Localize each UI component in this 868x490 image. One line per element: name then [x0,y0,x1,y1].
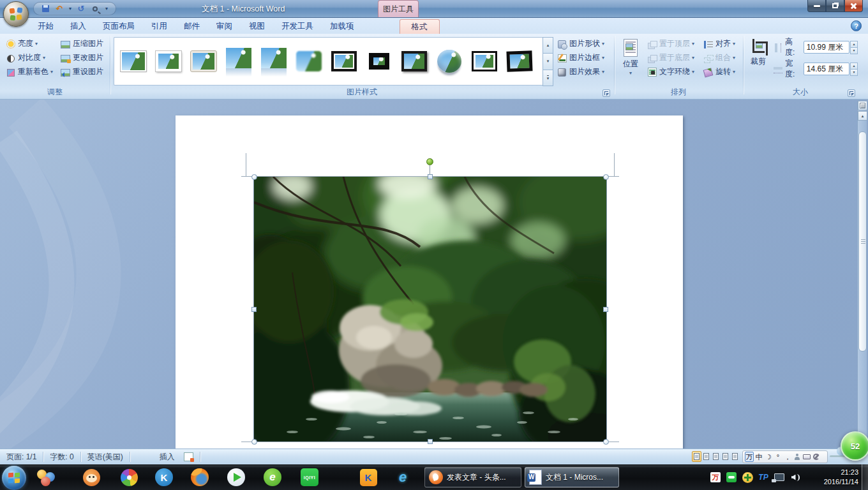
minimize-button[interactable] [807,0,826,12]
tab-review[interactable]: 审阅 [208,19,241,34]
tab-format-active[interactable]: 格式 [400,19,440,34]
height-input[interactable] [804,41,849,54]
tray-antivirus-button[interactable] [742,471,753,483]
tray-network-button[interactable] [774,471,785,483]
resize-handle-top[interactable] [428,174,433,179]
vertical-scrollbar[interactable]: ▴ ▾ [857,101,867,449]
resize-handle-right[interactable] [603,307,608,312]
width-input[interactable] [804,63,849,75]
resize-handle-left[interactable] [251,307,257,312]
taskbar-icon-pinwheel-browser[interactable] [119,468,138,487]
undo-dropdown[interactable]: ▾ [67,3,73,14]
help-button[interactable]: ? [851,20,862,31]
picture-style-option-7[interactable] [327,40,360,83]
outline-view-button[interactable] [721,451,730,462]
picture-shape-button[interactable]: 图片形状▾ [555,37,606,50]
resize-handle-top-left[interactable] [251,174,257,180]
taskbar-icon-video-player[interactable] [227,468,246,487]
text-wrapping-button[interactable]: 文字环绕▾ [646,65,696,78]
recolor-button[interactable]: 重新着色▾ [4,65,55,78]
scroll-up-button[interactable]: ▴ [858,111,867,121]
tab-references[interactable]: 引用 [143,19,176,34]
picture-style-option-9[interactable] [398,40,430,83]
ime-tools-button[interactable] [812,452,821,462]
undo-button[interactable]: ↶ [53,3,66,14]
tray-tp-button[interactable]: TP [758,471,769,483]
gallery-scroll-down-button[interactable]: ▾ [542,53,553,70]
tab-developer[interactable]: 开发工具 [273,19,322,34]
taskbar-icon-security-suite[interactable] [36,468,56,487]
picture-style-option-3[interactable] [187,40,220,83]
tray-iqiyi-button[interactable] [726,471,737,483]
reset-picture-button[interactable]: 重设图片 [59,65,105,78]
rotate-handle[interactable] [426,158,433,165]
tab-home[interactable]: 开始 [29,19,62,34]
taskbar-icon-firefox[interactable] [190,468,209,487]
position-button[interactable]: 位置 ▾ [619,36,642,84]
picture-style-option-11[interactable] [468,40,500,83]
resize-handle-bottom[interactable] [428,439,433,444]
tray-volume-button[interactable] [789,471,801,483]
ime-user-button[interactable] [793,452,802,462]
ime-input-method-button[interactable]: 万 [745,452,754,462]
close-button[interactable] [844,0,863,12]
picture-border-button[interactable]: 图片边框▾ [555,51,606,64]
language-indicator[interactable]: 英语(美国) [81,452,130,463]
compress-picture-button[interactable]: 压缩图片 [59,37,105,50]
ime-soft-keyboard-button[interactable] [802,452,811,462]
picture-style-option-5[interactable] [257,40,290,83]
resize-handle-top-right[interactable] [603,174,609,180]
taskbar-icon-kugou[interactable]: K [359,468,378,487]
tab-page-layout[interactable]: 页面布局 [94,19,143,34]
picture-style-option-10[interactable] [433,40,465,83]
picture-style-option-4[interactable] [222,40,255,83]
picture-effects-button[interactable]: 图片效果▾ [555,65,606,78]
crop-button[interactable]: 裁剪 [747,36,770,84]
width-spinner[interactable]: ▴▾ [850,63,858,75]
brightness-button[interactable]: 亮度▾ [4,37,40,50]
print-preview-button[interactable] [89,3,101,14]
taskbar-icon-k-player[interactable]: K [154,468,174,487]
tab-mailings[interactable]: 邮件 [176,19,208,34]
insert-mode-indicator[interactable]: 插入 [153,452,181,463]
macro-record-icon[interactable] [184,452,193,461]
align-button[interactable]: 对齐▾ [702,37,737,50]
picture-style-option-8[interactable] [363,40,395,83]
taskbar-icon-internet-explorer[interactable]: e [393,468,412,487]
ruler-toggle-button[interactable] [858,101,867,110]
floating-speed-ball[interactable]: 52 [841,431,868,461]
ime-punctuation-comma[interactable]: ， [783,452,792,462]
restore-button[interactable] [826,0,844,12]
picture-styles-dialog-launcher[interactable] [602,89,610,97]
taskbar-icon-iqiyi[interactable]: iQIYI [300,468,319,487]
word-count[interactable]: 字数: 0 [43,452,80,463]
change-picture-button[interactable]: 更改图片 [59,51,105,64]
tab-add-ins[interactable]: 加载项 [322,19,363,34]
resize-handle-bottom-right[interactable] [603,439,609,445]
picture-style-option-1[interactable] [117,40,149,83]
taskbar-icon-monkey-app[interactable] [82,468,101,487]
ime-chinese-mode-button[interactable]: 中 [754,452,763,462]
tray-clock[interactable]: 21:23 2016/11/14 [818,468,858,487]
show-desktop-button[interactable] [862,464,868,490]
print-layout-view-button[interactable] [692,451,701,462]
ime-halfwidth-icon[interactable]: ☽ [764,452,773,462]
picture-style-option-12[interactable] [503,40,535,83]
tab-insert[interactable]: 插入 [62,19,94,34]
taskbar-icon-green-browser[interactable]: e [263,468,282,487]
save-button[interactable] [39,3,52,14]
picture-style-option-6[interactable] [292,40,325,83]
inserted-picture[interactable] [254,177,606,442]
qat-customize-button[interactable]: ▾ [103,3,110,14]
height-spinner[interactable]: ▴▾ [850,41,858,54]
contrast-button[interactable]: 对比度▾ [4,51,47,64]
rotate-button[interactable]: 旋转▾ [702,65,737,78]
redo-button[interactable]: ↺ [75,3,87,14]
web-layout-view-button[interactable] [711,451,721,462]
office-button[interactable] [3,1,29,27]
size-dialog-launcher[interactable] [848,89,855,97]
start-button[interactable] [2,466,26,490]
scrollbar-thumb[interactable] [858,131,867,352]
gallery-more-button[interactable]: ▾ [542,70,553,86]
page-indicator[interactable]: 页面: 1/1 [0,452,43,463]
